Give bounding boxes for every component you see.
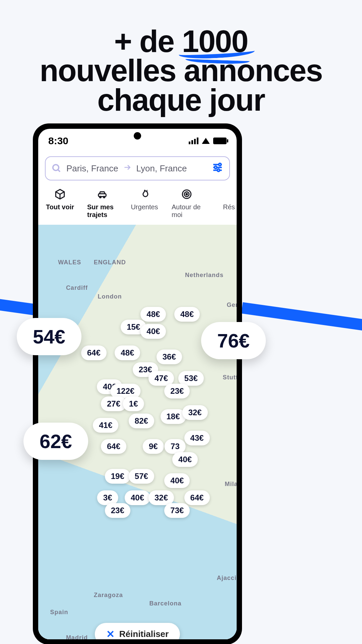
map-place-label: Netherlands: [185, 272, 224, 279]
status-icons: [189, 138, 227, 144]
filter-chip-label: Tout voir: [46, 203, 74, 211]
map-place-label: Stuttgart: [223, 374, 237, 381]
map-place-label: Mila: [225, 481, 237, 488]
filter-chip-res[interactable]: Rés: [214, 188, 237, 219]
price-pill[interactable]: 43€: [184, 431, 210, 445]
filter-chip-label: Autour de moi: [172, 203, 202, 219]
map-place-label: WALES: [58, 259, 81, 266]
map-place-label: London: [98, 293, 122, 300]
price-pill[interactable]: 47€: [148, 371, 174, 386]
highlight-price-pill: 54€: [17, 318, 81, 355]
chip-icon: [223, 188, 235, 201]
price-pill[interactable]: 48€: [174, 307, 200, 322]
reset-label: Réinitialiser: [119, 629, 169, 639]
flame-icon: [138, 188, 151, 201]
filter-chip-label: Rés: [223, 203, 235, 211]
phone-frame: 8:30 Paris, France Lyon, France: [34, 124, 241, 644]
close-icon: ✕: [106, 628, 115, 639]
cube-icon: [54, 188, 66, 201]
route-search-bar[interactable]: Paris, France Lyon, France: [45, 156, 230, 180]
filter-chip-urgent[interactable]: Urgentes: [129, 188, 160, 219]
wifi-icon: [202, 138, 210, 144]
filter-chip-near[interactable]: Autour de moi: [172, 188, 202, 219]
price-pill[interactable]: 27€: [101, 396, 126, 411]
price-pill[interactable]: 32€: [148, 490, 174, 505]
filter-chips-row: Tout voirSur mes trajetsUrgentesAutour d…: [38, 180, 237, 225]
marketing-headline: + de 1000 nouvelles annonces chaque jour: [0, 27, 362, 115]
search-to-value: Lyon, France: [136, 163, 187, 174]
price-pill[interactable]: 64€: [184, 490, 210, 505]
price-pill[interactable]: 64€: [101, 439, 126, 454]
svg-point-0: [53, 165, 59, 171]
target-icon: [180, 188, 193, 201]
svg-point-4: [219, 163, 221, 165]
sliders-icon: [212, 162, 223, 173]
highlight-price-pill: 76€: [201, 322, 266, 359]
price-pill[interactable]: 36€: [157, 350, 182, 364]
price-pill[interactable]: 82€: [129, 414, 154, 428]
filter-button[interactable]: [212, 162, 223, 175]
price-pill[interactable]: 9€: [143, 439, 164, 454]
price-pill[interactable]: 48€: [115, 345, 140, 360]
price-pill[interactable]: 23€: [164, 384, 190, 398]
map-place-label: Barcelona: [149, 600, 182, 607]
price-pill[interactable]: 64€: [81, 345, 107, 360]
reset-button[interactable]: ✕ Réinitialiser: [95, 623, 180, 639]
map-place-label: Ajaccio: [217, 575, 237, 582]
svg-point-6: [215, 166, 217, 168]
phone-screen: 8:30 Paris, France Lyon, France: [38, 129, 237, 639]
svg-line-1: [58, 170, 60, 172]
search-icon: [52, 163, 62, 173]
map-place-label: Spain: [50, 609, 68, 616]
price-pill[interactable]: 1€: [123, 396, 144, 411]
filter-chip-routes[interactable]: Sur mes trajets: [87, 188, 117, 219]
battery-icon: [213, 138, 227, 144]
filter-chip-all[interactable]: Tout voir: [45, 188, 75, 219]
search-from-value: Paris, France: [66, 163, 118, 174]
map-place-label: Ger: [227, 302, 237, 309]
map-place-label: Zaragoza: [94, 592, 123, 599]
map-place-label: Madrid: [66, 634, 88, 639]
svg-point-8: [217, 169, 220, 171]
price-pill[interactable]: 40€: [125, 490, 150, 505]
price-pill[interactable]: 41€: [93, 418, 118, 433]
map-place-label: Cardiff: [66, 284, 88, 291]
price-pill[interactable]: 57€: [129, 469, 154, 484]
signal-icon: [189, 138, 198, 144]
price-pill[interactable]: 32€: [182, 405, 208, 420]
map-place-label: ENGLAND: [94, 259, 126, 266]
filter-chip-label: Sur mes trajets: [87, 203, 117, 219]
headline-part: chaque jour: [97, 83, 264, 117]
status-time: 8:30: [48, 135, 68, 147]
price-pill[interactable]: 73€: [164, 503, 190, 518]
price-pill[interactable]: 40€: [172, 452, 198, 467]
highlight-price-pill: 62€: [23, 423, 88, 460]
price-pill[interactable]: 48€: [140, 307, 166, 322]
price-pill[interactable]: 40€: [140, 324, 166, 339]
headline-highlight: 1000: [182, 27, 248, 56]
arrow-right-icon: [123, 163, 132, 174]
price-pill[interactable]: 19€: [105, 469, 130, 484]
filter-chip-label: Urgentes: [131, 203, 158, 211]
car-icon: [96, 188, 109, 201]
price-pill[interactable]: 23€: [105, 503, 130, 518]
price-pill[interactable]: 40€: [164, 473, 190, 488]
svg-point-14: [186, 194, 187, 195]
phone-camera-notch: [134, 132, 141, 140]
